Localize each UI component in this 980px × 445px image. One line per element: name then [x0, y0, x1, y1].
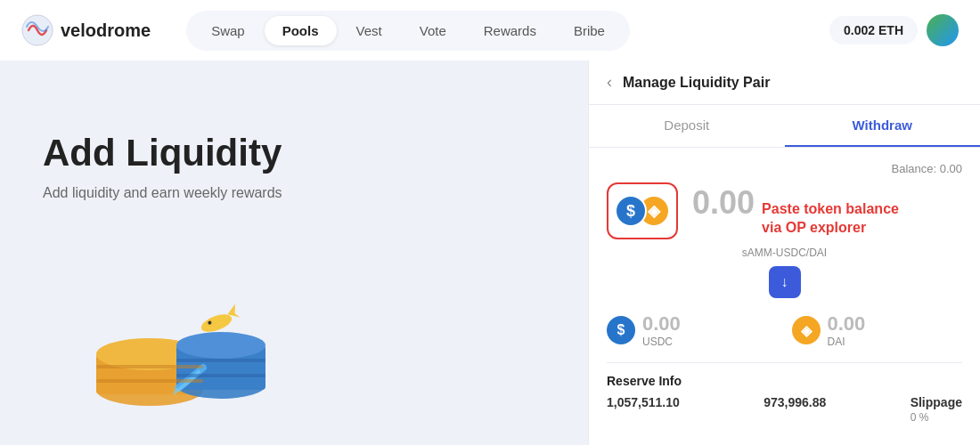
svg-rect-9	[96, 365, 203, 368]
back-arrow[interactable]: ‹	[607, 73, 612, 92]
usdc-symbol: $	[626, 202, 635, 221]
nav-pools[interactable]: Pools	[265, 16, 337, 45]
paste-hint-line1: Paste token balance	[762, 200, 899, 219]
panel-header: ‹ Manage Liquidity Pair	[589, 61, 980, 105]
panel-body: Balance: 0.00 $ ◈ 0.00	[589, 148, 980, 445]
main-content: Add Liquidity Add liquidity and earn wee…	[0, 61, 980, 445]
usdc-amount-info: 0.00 USDC	[642, 312, 681, 348]
usdc-token-icon: $	[607, 316, 635, 344]
dai-token-row: ◈ 0.00 DAI	[792, 312, 963, 348]
individual-tokens: $ 0.00 USDC ◈ 0.00 DAI	[607, 312, 962, 348]
nav-vote[interactable]: Vote	[402, 16, 464, 45]
nav-swap[interactable]: Swap	[193, 16, 263, 45]
left-panel: Add Liquidity Add liquidity and earn wee…	[0, 61, 588, 445]
logo-text: velodrome	[61, 20, 151, 41]
token-circles: $ ◈	[615, 195, 670, 227]
svg-rect-10	[96, 379, 203, 383]
amount-row: 0.00 Paste token balance via OP explorer	[692, 184, 962, 238]
reserve-dai: 973,996.88	[764, 395, 826, 424]
nav-right: 0.002 ETH	[829, 14, 959, 46]
dai-icon-symbol: ◈	[801, 322, 812, 339]
usdc-amount: 0.00	[642, 312, 681, 335]
paste-hint: Paste token balance via OP explorer	[762, 200, 899, 238]
dai-amount: 0.00	[828, 312, 866, 335]
velodrome-logo-icon	[21, 14, 53, 46]
dai-label: DAI	[828, 336, 866, 348]
right-panel: ‹ Manage Liquidity Pair Deposit Withdraw…	[588, 61, 980, 445]
navbar: velodrome Swap Pools Vest Vote Rewards B…	[0, 0, 980, 61]
logo-area: velodrome	[21, 14, 151, 46]
dai-token-icon: ◈	[792, 316, 821, 344]
eth-balance-button[interactable]: 0.002 ETH	[829, 16, 918, 44]
tab-withdraw[interactable]: Withdraw	[785, 105, 981, 147]
tab-deposit[interactable]: Deposit	[589, 105, 785, 147]
reserve-row: 1,057,511.10 973,996.88 Slippage 0 %	[607, 395, 962, 424]
svg-rect-12	[176, 374, 265, 377]
amount-section: 0.00 Paste token balance via OP explorer	[692, 184, 962, 238]
nav-links: Swap Pools Vest Vote Rewards Bribe	[186, 11, 630, 51]
nav-bribe[interactable]: Bribe	[556, 16, 623, 45]
reserve-info-label: Reserve Info	[607, 374, 962, 388]
usdc-circle-icon: $	[615, 195, 647, 227]
down-arrow-button[interactable]: ↓	[769, 266, 801, 298]
balance-display: Balance: 0.00	[607, 162, 962, 175]
page-title: Add Liquidity	[43, 132, 545, 174]
divider	[607, 362, 962, 363]
wallet-button[interactable]	[927, 14, 959, 46]
illustration	[43, 247, 545, 425]
svg-rect-11	[176, 359, 265, 362]
illustration-svg	[43, 247, 310, 425]
lp-amount-value: 0.00	[692, 184, 755, 222]
page-subtitle: Add liquidity and earn weekly rewards	[43, 185, 545, 201]
token-input-row: $ ◈ 0.00 Paste token balance via OP expl…	[607, 182, 962, 239]
nav-vest[interactable]: Vest	[339, 16, 400, 45]
paste-hint-line2: via OP explorer	[762, 219, 899, 238]
reserve-slippage-label: Slippage	[911, 395, 962, 409]
reserve-dai-value: 973,996.88	[764, 395, 826, 409]
usdc-label: USDC	[642, 336, 681, 348]
reserve-usdc: 1,057,511.10	[607, 395, 680, 424]
svg-point-6	[176, 332, 265, 359]
usdc-token-row: $ 0.00 USDC	[607, 312, 778, 348]
token-pair-label: sAMM-USDC/DAI	[607, 247, 962, 259]
reserve-slippage-value: 0 %	[911, 411, 962, 424]
tabs: Deposit Withdraw	[589, 105, 980, 148]
nav-rewards[interactable]: Rewards	[466, 16, 554, 45]
token-pair-icon: $ ◈	[607, 182, 678, 239]
panel-title: Manage Liquidity Pair	[623, 75, 770, 91]
dai-symbol: ◈	[648, 201, 660, 221]
reserve-usdc-value: 1,057,511.10	[607, 395, 680, 409]
reserve-slippage: Slippage 0 %	[911, 395, 962, 424]
usdc-icon-symbol: $	[617, 322, 625, 338]
dai-amount-info: 0.00 DAI	[828, 312, 866, 348]
